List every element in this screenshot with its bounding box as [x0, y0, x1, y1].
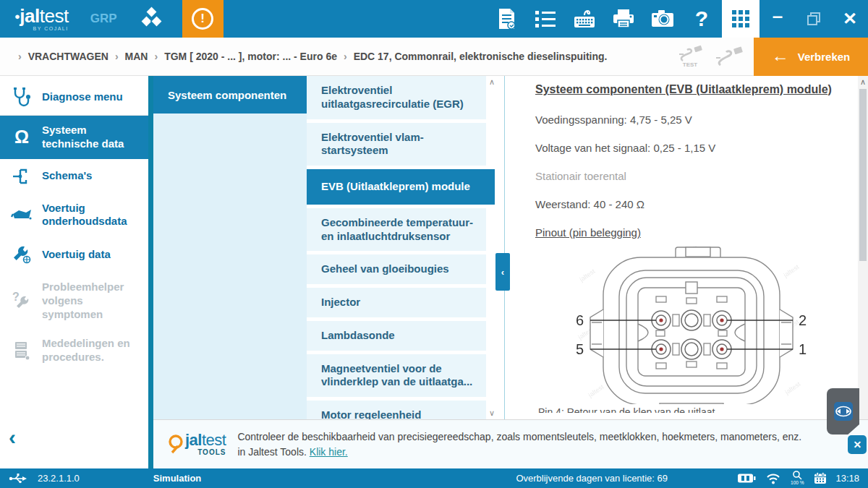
schematic-icon [9, 167, 35, 186]
component-item-solenoid-valve[interactable]: Magneetventiel voor de vlinderklep van d… [307, 354, 486, 398]
printer-icon[interactable] [608, 0, 639, 38]
test-connector-icon: TEST [677, 45, 703, 68]
spec-signal-voltage: Voltage van het signaal: 0,25 - 1,15 V [535, 142, 851, 154]
report-icon[interactable] [490, 0, 522, 38]
notification-close-button[interactable]: ✕ [848, 435, 867, 454]
breadcrumb-item-model[interactable]: TGM [ 2020 - ... ], motor: ... - Euro 6e [164, 51, 337, 62]
magnifier-icon [792, 471, 802, 480]
svg-text:?: ? [12, 291, 20, 303]
spec-supply-voltage: Voedingsspanning: 4,75 - 5,25 V [535, 114, 851, 126]
cubes-icon[interactable] [137, 5, 165, 33]
sidebar-divider [148, 76, 153, 468]
breadcrumb: › VRACHTWAGEN › MAN › TGM [ 2020 - ... ]… [12, 51, 608, 62]
alert-button[interactable]: ! [182, 0, 224, 38]
breadcrumb-separator: › [344, 51, 347, 62]
tools-logo-sub: TOOLS [185, 449, 226, 456]
notification-bar: jaltest TOOLS Controleer de beschikbaarh… [153, 419, 868, 468]
disconnect-button[interactable]: ← Verbreken [754, 38, 868, 76]
detail-scrollbar[interactable]: ∧ [858, 76, 868, 419]
tools-logo-swirl-icon [166, 432, 185, 454]
pin-label-2: 2 [799, 312, 807, 328]
wifi-icon [766, 473, 780, 484]
zoom-indicator[interactable]: 100 % [791, 471, 804, 486]
list-icon[interactable] [529, 0, 561, 38]
remote-support-tab[interactable] [827, 388, 859, 435]
component-item-flame-start[interactable]: Elektroventiel vlam-startsysteem [307, 123, 486, 166]
breadcrumb-item-make[interactable]: MAN [125, 51, 148, 62]
scrollbar-thumb[interactable] [859, 89, 867, 261]
svg-text:jaltest: jaltest [578, 267, 597, 284]
documents-icon [9, 341, 35, 361]
question-wrench-icon: ? [9, 291, 35, 311]
detail-title: Systeem componenten (EVB (Uitlaatkleprem… [535, 83, 851, 96]
alert-icon: ! [192, 8, 213, 30]
component-item-engine-control-unit[interactable]: Motor regeleenheid [307, 401, 486, 419]
close-button[interactable]: ✕ [832, 0, 868, 38]
breadcrumb-bar: › VRACHTWAGEN › MAN › TGM [ 2020 - ... ]… [0, 38, 868, 76]
collapse-panel-handle[interactable]: ‹ [495, 253, 510, 291]
clock-label: 13:18 [835, 473, 859, 484]
breadcrumb-separator: › [154, 51, 158, 62]
logo-brand-bold: jal [20, 5, 39, 27]
component-item-temp-pressure-sensor[interactable]: Gecombineerde temperatuur- en inlaatluch… [307, 208, 486, 252]
grp-label: GRP [90, 12, 117, 26]
sidebar-item-diagnose-menu[interactable]: Diagnose menu [0, 79, 148, 116]
keyboard-icon[interactable] [569, 0, 600, 38]
sidebar-item-system-technical-data[interactable]: Ω Systeem technische data [0, 116, 148, 159]
pin-label-1: 1 [799, 341, 807, 357]
stethoscope-icon [9, 87, 35, 107]
sidebar-collapse-button[interactable]: ‹ [9, 427, 16, 448]
back-arrow-icon: ← [772, 47, 789, 64]
license-days-label: Overblijvende dagen van licentie: 69 [516, 473, 668, 484]
component-item-lambda-sensor[interactable]: Lambdasonde [307, 321, 486, 351]
version-label: 23.2.1.1.0 [38, 473, 80, 484]
component-item-evb-module[interactable]: EVB (Uitlaatkleprem) module [307, 169, 495, 205]
jaltest-tools-logo: jaltest TOOLS [166, 432, 226, 456]
sidebar-item-notices-procedures: Mededelingen en procedures. [0, 329, 148, 372]
spec-idle-speed: Stationair toerental [535, 170, 851, 182]
breadcrumb-separator: › [115, 51, 119, 62]
svg-text:jaltest: jaltest [783, 380, 802, 397]
status-bar: 23.2.1.1.0 Simulation Overblijvende dage… [0, 468, 868, 488]
notification-link[interactable]: Klik hier. [310, 446, 348, 458]
help-icon[interactable]: ? [686, 0, 718, 38]
simulation-mode-label: Simulation [153, 473, 201, 484]
scroll-down-icon[interactable]: ∨ [489, 408, 495, 418]
panel-gutter [496, 76, 505, 419]
pin-caption-clipped: Pin 4: Retour van de klep van de uitlaat [538, 406, 851, 413]
sidebar-item-label: Voertuig data [42, 248, 111, 262]
sidebar-item-label: Voertuig onderhoudsdata [42, 202, 142, 229]
calendar-icon[interactable] [814, 472, 827, 484]
component-item-injector[interactable]: Injector [307, 288, 486, 317]
sidebar-item-label: Mededelingen en procedures. [42, 337, 142, 364]
sidebar-item-schemas[interactable]: Schema's [0, 159, 148, 194]
pin-label-5: 5 [576, 341, 584, 357]
sidebar-item-vehicle-maintenance-data[interactable]: Voertuig onderhoudsdata [0, 194, 148, 237]
breadcrumb-separator: › [18, 51, 22, 62]
oil-can-icon [9, 207, 35, 223]
breadcrumb-item-vehicle-type[interactable]: VRACHTWAGEN [28, 51, 109, 62]
category-column: Systeem componenten [153, 76, 307, 419]
battery-icon [737, 473, 756, 484]
apps-grid-button[interactable] [722, 0, 760, 38]
scroll-up-icon[interactable]: ∧ [858, 77, 868, 87]
svg-text:jaltest: jaltest [587, 383, 605, 400]
svg-text:jaltest: jaltest [782, 263, 801, 280]
category-item-system-components[interactable]: Systeem componenten [153, 76, 307, 114]
sidebar-item-label: Schema's [42, 169, 92, 183]
restore-button[interactable] [796, 0, 832, 38]
pin-label-6: 6 [576, 312, 584, 328]
breadcrumb-item-system[interactable]: EDC 17, Commonrail, elektronische diesel… [354, 51, 608, 62]
component-item-glow-plugs[interactable]: Geheel van gloeibougies [307, 254, 486, 284]
logo-subtitle: BY COJALI [14, 26, 69, 31]
grid-icon [732, 10, 749, 27]
camera-icon[interactable] [647, 0, 678, 38]
pinout-link[interactable]: Pinout (pin belegging) [535, 226, 851, 239]
test-connector-label: TEST [677, 62, 703, 68]
component-item-egr-valve[interactable]: Elektroventiel uitlaatgasrecirculatie (E… [307, 76, 486, 119]
minimize-button[interactable]: – [760, 0, 796, 35]
sidebar-item-vehicle-data[interactable]: Voertuig data [0, 236, 148, 273]
sidebar-item-label: Diagnose menu [42, 90, 123, 104]
notification-message: Controleer de beschikbaarheid van precis… [237, 429, 810, 459]
scroll-up-icon[interactable]: ∧ [489, 77, 495, 87]
